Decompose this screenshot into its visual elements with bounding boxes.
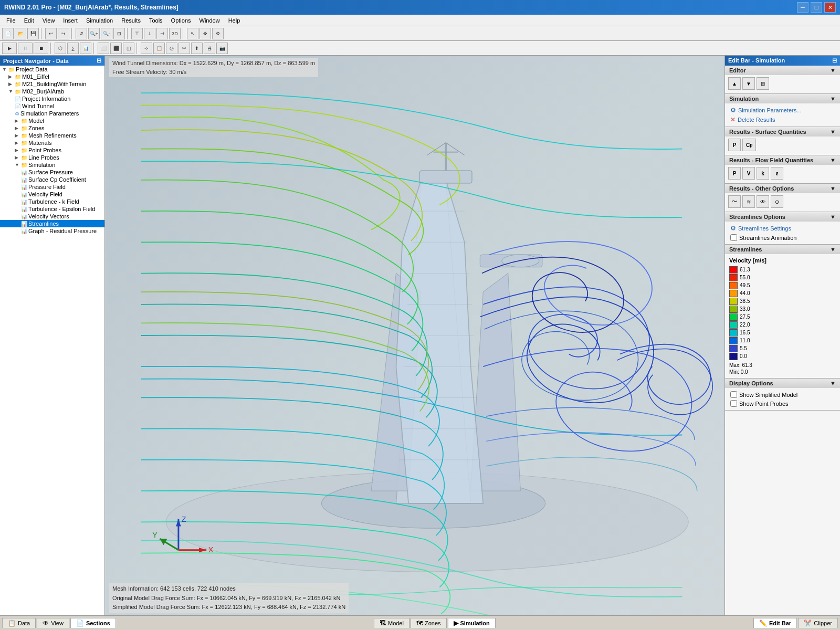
tb-trans[interactable]: ◫ [123, 43, 134, 54]
streamlines-settings-link[interactable]: ⚙ Streamlines Settings [728, 224, 837, 233]
nav-controls[interactable]: ⊟ [97, 57, 101, 64]
tree-turbulence-eps[interactable]: 📊 Turbulence - Epsilon Field [0, 205, 104, 213]
tb-select[interactable]: ↖ [187, 28, 198, 39]
tree-m21[interactable]: ▶ 📁 M21_BuildingWithTerrain [0, 80, 104, 88]
editor-collapse[interactable]: ▼ [830, 67, 836, 74]
expand-materials[interactable]: ▶ [15, 140, 20, 145]
display-options-collapse[interactable]: ▼ [830, 380, 836, 386]
tab-editbar[interactable]: ✏️ Edit Bar [753, 618, 797, 628]
tb-sim3[interactable]: ⏹ [34, 43, 48, 54]
tree-surface-cp[interactable]: 📊 Surface Cp Coefficient [0, 176, 104, 183]
other-options-header[interactable]: Results - Other Options ▼ [725, 184, 840, 193]
tree-mesh-ref[interactable]: ▶ 📁 Mesh Refinements [0, 132, 104, 139]
show-point-probes-check[interactable]: Show Point Probes [728, 399, 837, 408]
tab-simulation[interactable]: ▶ Simulation [448, 618, 496, 628]
streamlines-legend-collapse[interactable]: ▼ [830, 246, 836, 253]
simulation-collapse[interactable]: ▼ [830, 96, 836, 102]
tab-sections[interactable]: 📄 Sections [70, 618, 116, 628]
tree-m01-eiffel[interactable]: ▶ 📁 M01_Eiffel [0, 73, 104, 80]
surface-quantities-collapse[interactable]: ▼ [830, 129, 836, 135]
tree-line-probes[interactable]: ▶ 📁 Line Probes [0, 154, 104, 161]
menu-results[interactable]: Results [117, 16, 145, 25]
expand-model[interactable]: ▶ [15, 118, 20, 123]
tb-move[interactable]: ✥ [200, 28, 211, 39]
flow-btn-v[interactable]: V [742, 167, 755, 180]
tb-zoom-out[interactable]: 🔍- [101, 28, 112, 39]
maximize-button[interactable]: □ [811, 2, 822, 13]
editor-header[interactable]: Editor ▼ [725, 66, 840, 75]
tb-view-front[interactable]: ⊥ [144, 28, 155, 39]
show-simplified-check[interactable]: Show Simplified Model [728, 390, 837, 399]
delete-results-link[interactable]: ✕ Delete Results [728, 115, 837, 124]
tree-model[interactable]: ▶ 📁 Model [0, 117, 104, 124]
tree-velocity-field[interactable]: 📊 Velocity Field [0, 191, 104, 198]
expand-sim[interactable]: ▼ [15, 162, 20, 167]
menu-tools[interactable]: Tools [145, 16, 167, 25]
menu-window[interactable]: Window [195, 16, 224, 25]
tb-axes[interactable]: ⊹ [141, 43, 152, 54]
flow-btn-eps[interactable]: ε [771, 167, 783, 180]
menu-edit[interactable]: Edit [20, 16, 38, 25]
tb-calc[interactable]: ∑ [67, 43, 79, 54]
minimize-button[interactable]: ─ [797, 2, 808, 13]
editor-btn-2[interactable]: ▼ [742, 77, 755, 90]
tree-materials[interactable]: ▶ 📁 Materials [0, 139, 104, 146]
tab-data[interactable]: 📋 Data [2, 618, 36, 628]
tree-zones[interactable]: ▶ 📁 Zones [0, 124, 104, 132]
tb-probe[interactable]: ◎ [166, 43, 177, 54]
display-options-header[interactable]: Display Options ▼ [725, 379, 840, 388]
tab-clipper[interactable]: ✂️ Clipper [798, 618, 838, 628]
flow-btn-k[interactable]: k [757, 167, 769, 180]
tree-point-probes[interactable]: ▶ 📁 Point Probes [0, 146, 104, 154]
streamlines-legend-header[interactable]: Streamlines ▼ [725, 245, 840, 254]
tb-clip[interactable]: ✂ [178, 43, 190, 54]
tb-redo[interactable]: ↪ [58, 28, 69, 39]
surface-quantities-header[interactable]: Results - Surface Quantities ▼ [725, 127, 840, 136]
show-simplified-checkbox[interactable] [730, 391, 737, 398]
tree-simulation[interactable]: ▼ 📁 Simulation [0, 161, 104, 169]
viewport-canvas[interactable]: Z Y X [105, 56, 724, 615]
tree-m02[interactable]: ▼ 📁 M02_BurjAlArab [0, 88, 104, 95]
tb-mesh[interactable]: ⬡ [55, 43, 66, 54]
expand-m01[interactable]: ▶ [8, 74, 14, 79]
tb-sim2[interactable]: ⏸ [18, 43, 33, 54]
tb-new[interactable]: 📄 [2, 28, 14, 39]
tb-sim1[interactable]: ▶ [2, 43, 17, 54]
tb-open[interactable]: 📂 [15, 28, 26, 39]
close-button[interactable]: ✕ [824, 2, 836, 13]
tab-model[interactable]: 🏗 Model [374, 618, 410, 628]
tb-view-3d[interactable]: 3D [169, 28, 181, 39]
other-btn-eye2[interactable]: ⊙ [771, 195, 783, 208]
expand-zones[interactable]: ▶ [15, 125, 20, 131]
sim-params-link[interactable]: ⚙ Simulation Parameters... [728, 106, 837, 115]
editor-btn-3[interactable]: ⊞ [757, 77, 769, 90]
tb-export[interactable]: ⬆ [191, 43, 203, 54]
streamlines-options-header[interactable]: Streamlines Options ▼ [725, 212, 840, 222]
other-btn-streams1[interactable]: 〜 [728, 195, 741, 208]
tb-fit[interactable]: ⊡ [113, 28, 125, 39]
tb-view-top[interactable]: ⊤ [131, 28, 143, 39]
tree-wind-tunnel[interactable]: 📄 Wind Tunnel [0, 102, 104, 110]
other-options-collapse[interactable]: ▼ [830, 185, 836, 192]
other-btn-streams2[interactable]: ≋ [742, 195, 755, 208]
tree-pressure-field[interactable]: 📊 Pressure Field [0, 183, 104, 191]
tb-zoom-in[interactable]: 🔍+ [88, 28, 100, 39]
tb-rotate[interactable]: ↺ [76, 28, 87, 39]
tb-save[interactable]: 💾 [27, 28, 39, 39]
tree-project-data[interactable]: ▼ 📁 Project Data [0, 66, 104, 73]
tb-legend[interactable]: 📋 [153, 43, 165, 54]
simulation-header[interactable]: Simulation ▼ [725, 94, 840, 103]
tb-wire[interactable]: ⬜ [98, 43, 109, 54]
viewport[interactable]: Wind Tunnel Dimensions: Dx = 1522.629 m,… [105, 56, 724, 615]
streamlines-animation-checkbox[interactable] [730, 234, 737, 241]
tb-solid[interactable]: ⬛ [110, 43, 122, 54]
menu-simulation[interactable]: Simulation [82, 16, 117, 25]
tree-graph-residual[interactable]: 📊 Graph - Residual Pressure [0, 227, 104, 235]
tb-screenshot[interactable]: 📷 [216, 43, 228, 54]
tb-view-side[interactable]: ⊣ [156, 28, 168, 39]
tb-print[interactable]: 🖨 [204, 43, 215, 54]
flow-btn-p[interactable]: P [728, 167, 741, 180]
editor-btn-1[interactable]: ▲ [728, 77, 741, 90]
menu-file[interactable]: File [2, 16, 20, 25]
expand-mesh[interactable]: ▶ [15, 133, 20, 138]
